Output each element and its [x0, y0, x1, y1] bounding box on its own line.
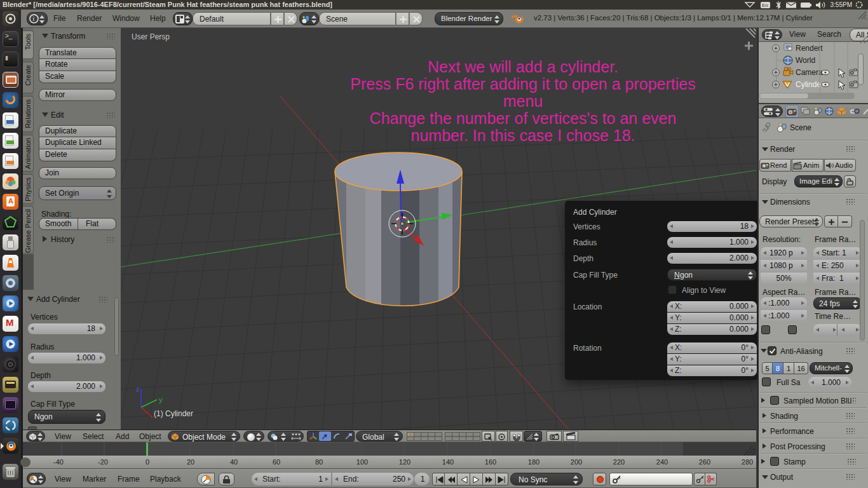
svg-text:i: i [33, 15, 35, 22]
svg-text:En: En [762, 3, 768, 8]
svg-text:y: y [159, 396, 163, 403]
svg-text:z: z [136, 385, 140, 393]
